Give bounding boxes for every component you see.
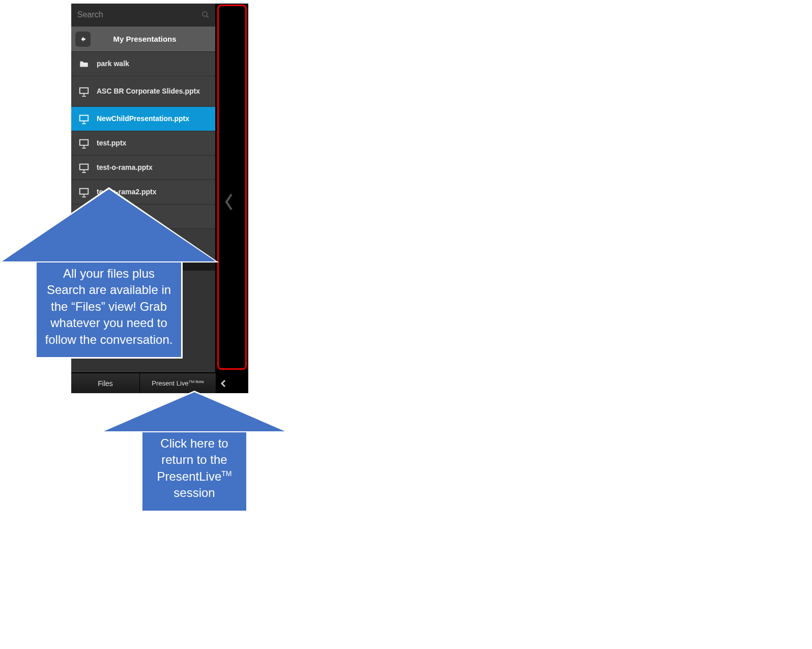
callout-presentlive: Click here to return to the PresentLiveT… xyxy=(103,392,286,512)
sidebar-title: My Presentations xyxy=(91,35,211,43)
svg-rect-2 xyxy=(80,63,88,67)
file-label: test-o-rama.pptx xyxy=(97,163,153,172)
presentation-icon xyxy=(78,162,90,173)
callout-files: All your files plus Search are available… xyxy=(1,189,217,359)
list-item[interactable]: test-o-rama.pptx xyxy=(71,156,215,180)
presentation-icon xyxy=(78,86,90,97)
bottom-tabbar: Files Present LiveTM Beta xyxy=(71,373,248,393)
chevron-left-icon xyxy=(220,379,226,388)
file-label: park walk xyxy=(97,59,129,68)
sidebar-header: My Presentations xyxy=(71,26,215,52)
svg-rect-9 xyxy=(80,139,89,145)
search-bar[interactable]: Search xyxy=(71,4,215,26)
file-label: NewChildPresentation.pptx xyxy=(97,114,189,123)
svg-rect-12 xyxy=(80,164,89,169)
svg-rect-3 xyxy=(80,87,89,93)
tab-label: Present LiveTM Beta xyxy=(152,379,204,387)
svg-point-0 xyxy=(202,12,207,16)
list-item[interactable]: test.pptx xyxy=(71,131,215,156)
search-icon xyxy=(201,10,210,19)
presentation-icon xyxy=(78,138,90,149)
callout-text: All your files plus Search are available… xyxy=(45,267,173,346)
list-item[interactable]: ASC BR Corporate Slides.pptx xyxy=(71,76,215,107)
presentation-icon xyxy=(78,113,90,125)
file-label: test.pptx xyxy=(97,138,126,148)
list-item[interactable]: park walk xyxy=(71,52,215,76)
folder-icon xyxy=(78,58,90,70)
tab-label: Files xyxy=(98,379,113,388)
chevron-left-icon[interactable] xyxy=(224,192,234,214)
search-input[interactable]: Search xyxy=(76,10,201,19)
callout-text: Click here to return to the PresentLiveT… xyxy=(157,436,232,499)
svg-line-1 xyxy=(207,16,209,18)
back-button[interactable] xyxy=(75,32,91,47)
file-label: ASC BR Corporate Slides.pptx xyxy=(97,86,200,96)
svg-rect-6 xyxy=(80,115,89,121)
back-arrow-icon xyxy=(79,36,86,43)
list-item[interactable]: NewChildPresentation.pptx xyxy=(71,107,215,131)
